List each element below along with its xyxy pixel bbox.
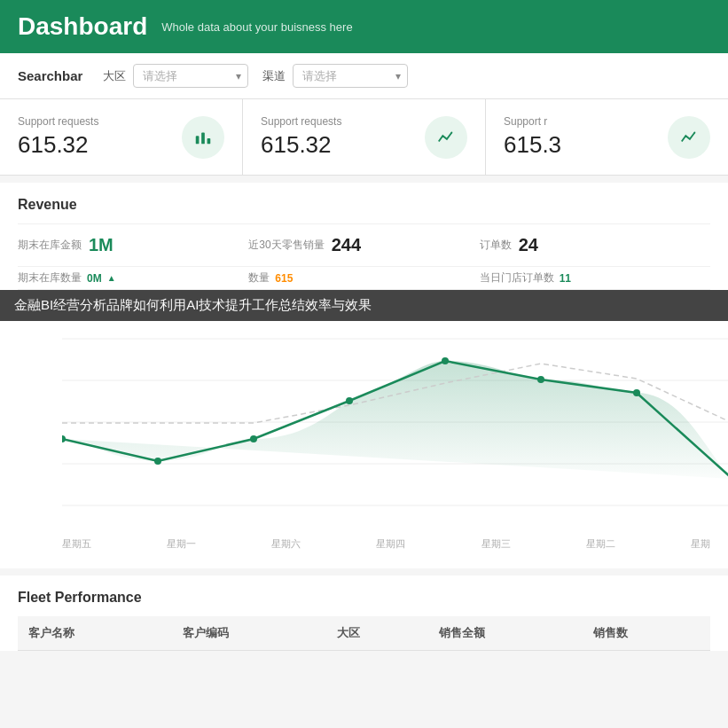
chart-dot-6: [633, 389, 640, 396]
page-subtitle: Whole data about your buisness here: [161, 20, 352, 34]
kpi-icon-0: [182, 116, 224, 159]
stat-item-2: 订单数 24: [480, 231, 710, 259]
x-label-5: 星期二: [586, 537, 615, 551]
stat-value-1: 244: [332, 235, 361, 255]
stat-label-2: 订单数: [480, 238, 512, 253]
fleet-col-name: 客户名称: [18, 616, 172, 651]
sub-stat-label-2: 当日门店订单数: [480, 270, 554, 286]
fleet-col-sales-total: 销售全额: [428, 616, 583, 651]
x-label-3: 星期四: [376, 537, 405, 551]
x-label-6: 星期: [691, 537, 710, 551]
chart-dot-1: [154, 458, 161, 465]
stat-item-0: 期末在库金额 1M: [18, 231, 248, 259]
svg-rect-1: [201, 132, 205, 144]
kpi-row: Support requests 615.32 Support requests…: [0, 99, 728, 176]
fleet-title: Fleet Performance: [18, 590, 710, 606]
kpi-card-0: Support requests 615.32: [0, 99, 243, 175]
revenue-chart: 180000 120000 60000 0: [62, 330, 728, 534]
svg-rect-2: [207, 137, 211, 143]
fleet-section: Fleet Performance 客户名称 客户编码 大区 销售全额 销售数: [0, 575, 728, 651]
chart-dot-5: [537, 376, 544, 383]
x-label-1: 星期一: [167, 537, 196, 551]
sub-stat-value-0: 0M: [87, 272, 102, 285]
kpi-value-1: 615.32: [261, 131, 341, 159]
revenue-title: Revenue: [18, 197, 710, 213]
searchbar-label: Searchbar: [18, 68, 89, 83]
chart-dot-0: [62, 435, 66, 442]
stat-item-1: 近30天零售销量 244: [248, 231, 479, 259]
kpi-value-0: 615.32: [18, 131, 98, 159]
svg-rect-0: [196, 136, 200, 144]
fleet-table-header: 客户名称 客户编码 大区 销售全额 销售数: [18, 616, 710, 651]
chart-container: 180000 120000 60000 0 星期五 星期一 星期六 星期四 星期…: [0, 321, 728, 568]
bar-chart-icon: [193, 128, 213, 147]
page-header: Dashboard Whole data about your buisness…: [0, 0, 728, 53]
overlay-text: 金融BI经营分析品牌如何利用AI技术提升工作总结效率与效果: [14, 297, 372, 312]
stat-value-0: 1M: [89, 235, 114, 255]
chart-x-labels: 星期五 星期一 星期六 星期四 星期三 星期二 星期: [62, 534, 710, 551]
sub-stat-2: 当日门店订单数 11: [480, 270, 710, 286]
chart-dot-2: [250, 435, 257, 442]
stat-label-0: 期末在库金额: [18, 238, 82, 253]
kpi-icon-2: [668, 116, 710, 159]
filter-channel-wrapper[interactable]: 请选择: [293, 64, 408, 88]
kpi-card-1: Support requests 615.32: [243, 99, 486, 175]
kpi-text-2: Support r 615.3: [504, 115, 561, 159]
filter-group-region: 大区 请选择: [103, 64, 248, 88]
stat-value-2: 24: [519, 235, 538, 255]
fleet-col-code: 客户编码: [172, 616, 326, 651]
sub-stat-value-1: 615: [275, 272, 293, 285]
x-label-4: 星期三: [481, 537, 511, 551]
filter-region-label: 大区: [103, 68, 126, 84]
filter-channel-select[interactable]: 请选择: [293, 64, 408, 88]
kpi-text-1: Support requests 615.32: [261, 115, 341, 159]
sub-stat-label-0: 期末在库数量: [18, 270, 82, 286]
sub-stat-1: 数量 615: [248, 270, 479, 286]
filter-region-select[interactable]: 请选择: [133, 64, 248, 88]
page-title: Dashboard: [18, 12, 147, 41]
x-label-0: 星期五: [62, 537, 91, 551]
sub-stats-row: 期末在库数量 0M ▲ 数量 615 当日门店订单数 11: [18, 267, 710, 290]
filter-channel-label: 渠道: [262, 68, 286, 84]
kpi-label-2: Support r: [504, 115, 561, 128]
kpi-text-0: Support requests 615.32: [18, 115, 98, 159]
filter-region-wrapper[interactable]: 请选择: [133, 64, 248, 88]
x-label-2: 星期六: [271, 537, 301, 551]
searchbar-row: Searchbar 大区 请选择 渠道 请选择: [0, 53, 728, 99]
chart-dot-3: [346, 397, 353, 404]
kpi-value-2: 615.3: [504, 131, 561, 159]
overlay-banner: 金融BI经营分析品牌如何利用AI技术提升工作总结效率与效果: [0, 290, 728, 321]
arrow-up-icon-0: ▲: [107, 273, 116, 283]
kpi-label-1: Support requests: [261, 115, 341, 128]
kpi-icon-1: [425, 116, 467, 159]
stat-label-1: 近30天零售销量: [248, 238, 324, 253]
filter-group-channel: 渠道 请选择: [262, 64, 408, 88]
sub-stat-0: 期末在库数量 0M ▲: [18, 270, 248, 286]
line-chart-icon: [436, 128, 456, 147]
fleet-col-sales-count: 销售数: [583, 616, 710, 651]
trend-chart-icon: [679, 128, 699, 147]
sub-stat-label-1: 数量: [248, 270, 270, 286]
kpi-card-2: Support r 615.3: [486, 99, 728, 175]
sub-stat-value-2: 11: [560, 272, 571, 285]
fleet-col-region: 大区: [326, 616, 428, 651]
revenue-section: Revenue 期末在库金额 1M 近30天零售销量 244 订单数 24 期末…: [0, 183, 728, 290]
stats-row: 期末在库金额 1M 近30天零售销量 244 订单数 24: [18, 223, 710, 267]
kpi-label-0: Support requests: [18, 115, 98, 128]
fleet-table: 客户名称 客户编码 大区 销售全额 销售数: [18, 616, 710, 651]
chart-dot-4: [442, 357, 449, 364]
